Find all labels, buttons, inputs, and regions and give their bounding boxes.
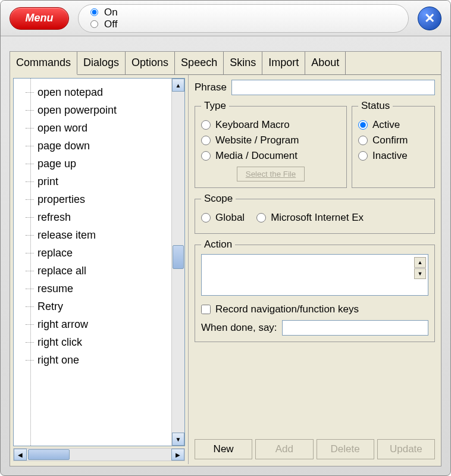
radio-on[interactable] (90, 8, 98, 16)
action-down-button[interactable]: ▼ (414, 268, 426, 279)
status-active-radio[interactable] (358, 120, 368, 130)
list-item[interactable]: open powerpoint (37, 101, 184, 119)
bottom-buttons: New Add Delete Update (195, 439, 435, 459)
type-keyboard-label: Keyboard Macro (215, 119, 290, 131)
menu-button[interactable]: Menu (10, 7, 69, 30)
type-media-label: Media / Document (215, 150, 297, 162)
list-item[interactable]: properties (37, 190, 184, 208)
list-item[interactable]: right one (37, 351, 184, 369)
type-media-radio[interactable] (201, 151, 211, 161)
scope-ie-row[interactable]: Microsoft Internet Ex (256, 212, 364, 224)
list-item[interactable]: right arrow (37, 315, 184, 333)
record-nav-row[interactable]: Record navigation/function keys (201, 303, 428, 315)
when-done-input[interactable] (282, 320, 428, 336)
list-item[interactable]: replace (37, 244, 184, 262)
type-keyboard-row[interactable]: Keyboard Macro (201, 119, 340, 131)
status-active-row[interactable]: Active (358, 119, 428, 131)
list-item[interactable]: replace all (37, 262, 184, 280)
chevron-up-icon: ▲ (176, 82, 181, 89)
record-nav-checkbox[interactable] (201, 305, 211, 314)
type-website-row[interactable]: Website / Program (201, 134, 340, 146)
radio-on-label: On (104, 7, 118, 18)
tab-speech[interactable]: Speech (175, 52, 224, 74)
scroll-left-button[interactable]: ◀ (14, 449, 27, 461)
list-item[interactable]: Retry (37, 298, 184, 315)
type-website-radio[interactable] (201, 136, 211, 145)
status-inactive-radio[interactable] (358, 151, 368, 161)
list-item[interactable]: refresh (37, 208, 184, 226)
action-up-button[interactable]: ▲ (414, 257, 426, 268)
scope-ie-radio[interactable] (256, 213, 266, 223)
chevron-down-icon: ▼ (176, 436, 181, 443)
type-keyboard-radio[interactable] (201, 120, 211, 130)
on-off-group: On Off (78, 4, 409, 33)
tab-import[interactable]: Import (262, 52, 305, 74)
when-done-label: When done, say: (201, 322, 277, 334)
list-item[interactable]: right click (37, 333, 184, 351)
status-inactive-row[interactable]: Inactive (358, 150, 428, 162)
type-website-label: Website / Program (215, 134, 299, 146)
chevron-up-icon: ▲ (418, 259, 423, 265)
type-fieldset: Type Keyboard Macro Website / Program Me… (195, 100, 347, 188)
radio-off-row[interactable]: Off (90, 18, 396, 30)
list-item[interactable]: open notepad (37, 83, 184, 101)
tabs-row: Commands Dialogs Options Speech Skins Im… (10, 52, 441, 75)
list-item[interactable]: resume (37, 280, 184, 298)
status-confirm-row[interactable]: Confirm (358, 134, 428, 146)
phrase-input[interactable] (231, 80, 435, 95)
vertical-scrollbar[interactable]: ▲ ▼ (171, 79, 184, 446)
hscroll-thumb[interactable] (28, 449, 70, 460)
hscroll-track[interactable] (27, 449, 171, 461)
commands-tree: open notepad open powerpoint open word p… (13, 78, 185, 446)
tab-about[interactable]: About (305, 52, 346, 74)
radio-off-label: Off (104, 18, 117, 30)
tab-skins[interactable]: Skins (224, 52, 262, 74)
chevron-left-icon: ◀ (18, 452, 23, 458)
list-item[interactable]: print (37, 173, 184, 190)
close-icon: ✕ (424, 11, 435, 26)
horizontal-scrollbar[interactable]: ◀ ▶ (13, 448, 185, 461)
tab-options[interactable]: Options (126, 52, 175, 74)
add-button: Add (255, 439, 313, 459)
type-media-row[interactable]: Media / Document (201, 150, 340, 162)
status-legend: Status (358, 100, 393, 112)
tree-items: open notepad open powerpoint open word p… (14, 79, 184, 374)
type-legend: Type (201, 100, 229, 112)
record-nav-label: Record navigation/function keys (215, 303, 359, 315)
tab-body: open notepad open powerpoint open word p… (10, 75, 441, 464)
commands-pane: open notepad open powerpoint open word p… (10, 75, 189, 464)
edit-pane: Phrase Type Keyboard Macro Website / Pro… (189, 75, 441, 464)
phrase-label: Phrase (195, 82, 227, 93)
scroll-down-button[interactable]: ▼ (172, 433, 184, 446)
list-item[interactable]: page up (37, 155, 184, 173)
scope-global-label: Global (215, 212, 245, 224)
list-item[interactable]: open word (37, 119, 184, 137)
phrase-row: Phrase (195, 80, 435, 95)
tab-dialogs[interactable]: Dialogs (77, 52, 126, 74)
radio-off[interactable] (90, 20, 98, 28)
tab-commands[interactable]: Commands (10, 52, 77, 75)
chevron-down-icon: ▼ (418, 271, 423, 277)
scroll-right-button[interactable]: ▶ (171, 449, 184, 461)
scope-global-radio[interactable] (201, 213, 211, 223)
scroll-thumb[interactable] (173, 245, 184, 269)
action-textarea[interactable] (201, 254, 428, 296)
close-button[interactable]: ✕ (418, 7, 441, 30)
when-done-row: When done, say: (201, 320, 428, 336)
status-confirm-label: Confirm (372, 134, 408, 146)
list-item[interactable]: page down (37, 137, 184, 155)
scroll-up-button[interactable]: ▲ (172, 79, 184, 92)
chevron-right-icon: ▶ (176, 452, 180, 458)
scope-fieldset: Scope Global Microsoft Internet Ex (195, 193, 435, 234)
scope-global-row[interactable]: Global (201, 212, 245, 224)
scope-ie-label: Microsoft Internet Ex (271, 212, 364, 224)
radio-on-row[interactable]: On (90, 7, 396, 18)
action-legend: Action (201, 239, 235, 250)
status-confirm-radio[interactable] (358, 136, 368, 145)
titlebar: Menu On Off ✕ (1, 1, 450, 36)
new-button[interactable]: New (195, 439, 252, 459)
action-fieldset: Action ▲ ▼ Record navigation/function ke… (195, 239, 435, 342)
list-item[interactable]: release item (37, 226, 184, 244)
select-file-button: Select the File (237, 167, 305, 181)
content-panel: Commands Dialogs Options Speech Skins Im… (10, 51, 441, 466)
